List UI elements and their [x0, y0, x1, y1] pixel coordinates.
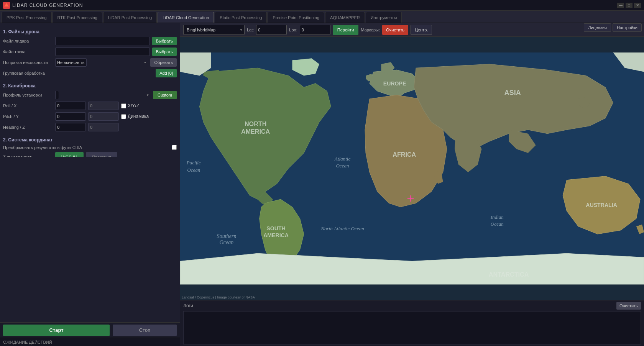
tab-rtk[interactable]: RTK Post Processing [53, 12, 102, 23]
left-content: 1. Файлы дрона Файл лидара Выбрать Файл … [0, 23, 180, 346]
lidar-file-select-button[interactable]: Выбрать [152, 37, 177, 45]
roll-input2[interactable] [88, 102, 119, 110]
lon-input[interactable] [300, 25, 330, 35]
roll-input1[interactable] [55, 102, 86, 110]
xyz-checkbox-row: X/Y/Z [121, 103, 139, 108]
projection-button[interactable]: Проекция [86, 152, 117, 157]
tab-lidar-cg[interactable]: LiDAR Cloud Generation [158, 12, 214, 23]
left-panel: 1. Файлы дрона Файл лидара Выбрать Файл … [0, 23, 180, 346]
section1-header: 1. Файлы дрона [3, 29, 177, 34]
profile-label: Профиль установки [3, 93, 53, 97]
map-container[interactable]: Southern Ocean North Atlantic Ocean Indi… [180, 37, 644, 300]
track-file-label: Файл трека [3, 49, 53, 54]
app-icon [3, 2, 10, 9]
trim-button[interactable]: Обрезать [150, 58, 177, 67]
heading-row: Heading / Z [3, 123, 177, 131]
basemap-select[interactable]: BingHybridMap BingRoadsMap OpenStreetMap… [183, 25, 245, 35]
heading-input2[interactable] [88, 123, 119, 131]
clear-markers-button[interactable]: Очистить [382, 25, 408, 35]
sep1 [3, 80, 177, 80]
misalignment-row: Поправка несоосности Не вычислять Обреза… [3, 58, 177, 67]
bottom-bar: Старт Стоп [0, 322, 180, 338]
svg-text:Ocean: Ocean [187, 167, 200, 173]
tab-ppp[interactable]: Precise Point Positioning [268, 12, 324, 23]
status-text: ОЖИДАНИЕ ДЕЙСТВИЙ [3, 340, 52, 344]
svg-text:SOUTH: SOUTH [266, 225, 285, 231]
svg-marker-0 [4, 3, 9, 7]
start-button[interactable]: Старт [3, 325, 110, 336]
track-file-input[interactable] [55, 48, 150, 56]
stop-button[interactable]: Стоп [113, 325, 177, 336]
svg-text:AMERICA: AMERICA [241, 128, 270, 135]
convert-checkbox[interactable] [172, 145, 177, 150]
svg-text:NORTH: NORTH [245, 120, 266, 127]
svg-text:ASIA: ASIA [504, 89, 521, 97]
pitch-input1[interactable] [55, 112, 86, 121]
main: 1. Файлы дрона Файл лидара Выбрать Файл … [0, 23, 644, 346]
center-button[interactable]: Центр. [411, 25, 432, 35]
lat-input[interactable] [256, 25, 287, 35]
maximize-button[interactable]: □ [626, 3, 632, 8]
form-area: 1. Файлы дрона Файл лидара Выбрать Файл … [0, 23, 180, 157]
lidar-file-row: Файл лидара Выбрать [3, 37, 177, 45]
tab-lidar-pp[interactable]: LiDAR Post Processing [103, 12, 157, 23]
titlebar-title: LIDAR CLOUD GENERATION [12, 3, 83, 8]
xyz-label: X/Y/Z [128, 103, 139, 108]
settings-button[interactable]: Настройки [613, 23, 642, 32]
license-button[interactable]: Лицензия [584, 23, 611, 32]
heading-input1[interactable] [55, 123, 86, 131]
tab-aquamapper[interactable]: AQUAMAPPER [325, 12, 365, 23]
tabbar: PPK Post Processing RTK Post Processing … [0, 11, 644, 23]
section2-header: 2. Калибровка [3, 83, 177, 89]
map-area: BingHybridMap BingRoadsMap OpenStreetMap… [180, 23, 644, 346]
tab-static-pp[interactable]: Static Post Processing [215, 12, 267, 23]
svg-text:Ocean: Ocean [220, 239, 234, 245]
close-button[interactable]: ✕ [634, 3, 641, 8]
tab-tools[interactable]: Инструменты [366, 12, 402, 23]
svg-text:EUROPE: EUROPE [383, 80, 406, 87]
map-copyright: Landsat / Copernicus | Image courtesy of… [182, 295, 255, 299]
pitch-input2[interactable] [88, 112, 119, 121]
minimize-button[interactable]: — [617, 3, 624, 8]
misalignment-label: Поправка несоосности [3, 60, 53, 65]
map-toolbar: BingHybridMap BingRoadsMap OpenStreetMap… [180, 23, 644, 37]
dynamics-label: Динамика [128, 114, 149, 119]
svg-text:AMERICA: AMERICA [263, 232, 289, 238]
svg-text:North Atlantic Ocean: North Atlantic Ocean [320, 226, 364, 231]
xyz-checkbox[interactable] [121, 103, 126, 108]
misalignment-select[interactable]: Не вычислять [55, 58, 87, 67]
svg-text:Atlantic: Atlantic [334, 156, 351, 162]
svg-text:Pacific: Pacific [186, 160, 201, 166]
map-svg: Southern Ocean North Atlantic Ocean Indi… [180, 37, 644, 300]
goto-button[interactable]: Перейти [333, 25, 359, 35]
roll-row: Roll / X X/Y/Z [3, 102, 177, 110]
svg-text:Southern: Southern [217, 233, 237, 239]
svg-text:Ocean: Ocean [336, 163, 349, 169]
basemap-select-wrapper: BingHybridMap BingRoadsMap OpenStreetMap… [183, 25, 245, 35]
profile-row: Профиль установки Custom [3, 91, 177, 99]
track-file-row: Файл трека Выбрать [3, 48, 177, 56]
svg-text:ANTARCTICA: ANTARCTICA [489, 271, 529, 278]
custom-button[interactable]: Custom [153, 91, 177, 99]
lon-label: Lon: [289, 28, 297, 32]
lidar-file-input[interactable] [55, 37, 150, 45]
tab-ppk[interactable]: PPK Post Processing [2, 12, 52, 23]
batch-label: Групповая обработка [3, 71, 53, 75]
svg-text:AUSTRALIA: AUSTRALIA [586, 202, 617, 208]
pitch-row: Pitch / Y Динамика [3, 112, 177, 121]
profile-select[interactable] [55, 91, 59, 99]
titlebar-left: LIDAR CLOUD GENERATION [3, 2, 83, 9]
lidar-file-label: Файл лидара [3, 39, 53, 43]
track-file-select-button[interactable]: Выбрать [152, 48, 177, 56]
section3-header: 2. Система координат [3, 137, 177, 143]
dynamics-checkbox[interactable] [121, 114, 126, 119]
logs-clear-button[interactable]: Очистить [616, 302, 641, 310]
sep2 [3, 134, 177, 134]
add-button[interactable]: Add [0] [156, 69, 177, 77]
coord-type-row: Тип координат WGS-84 Проекция [3, 152, 177, 157]
convert-label: Преобразовать результаты в футы США [3, 145, 169, 150]
wgs84-button[interactable]: WGS-84 [55, 152, 84, 157]
dynamics-checkbox-row: Динамика [121, 114, 149, 119]
status-bar: ОЖИДАНИЕ ДЕЙСТВИЙ [0, 338, 180, 346]
convert-row: Преобразовать результаты в футы США [3, 145, 177, 150]
